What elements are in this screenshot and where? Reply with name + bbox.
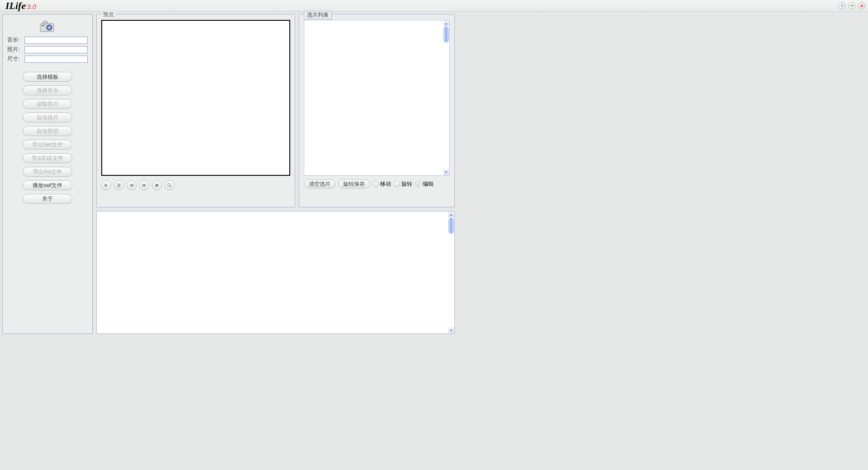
size-label: 尺寸: xyxy=(7,55,24,63)
selection-toolbar: 清空选片 旋转保存 移动 旋转 编辑 xyxy=(304,179,450,188)
minimize-icon[interactable] xyxy=(848,2,855,9)
bottom-panel[interactable] xyxy=(96,211,455,334)
radio-edit[interactable]: 编辑 xyxy=(415,180,434,188)
radio-move-label: 移动 xyxy=(380,180,391,188)
export-avi-button[interactable]: 导出Avi文件 xyxy=(23,167,72,177)
stop-icon[interactable] xyxy=(152,180,162,190)
music-field[interactable] xyxy=(24,37,88,44)
read-photo-button[interactable]: 读取照片 xyxy=(23,99,72,109)
window-controls: ? xyxy=(838,2,865,9)
title-bar: ILife 3.0 ? xyxy=(0,0,868,12)
scroll-up-icon[interactable] xyxy=(448,212,454,217)
scroll-thumb[interactable] xyxy=(448,218,454,234)
svg-rect-5 xyxy=(42,25,44,26)
center-column: 预览 选片列表 xyxy=(96,14,455,334)
svg-rect-8 xyxy=(156,184,158,187)
radio-move[interactable]: 移动 xyxy=(373,180,391,188)
svg-rect-2 xyxy=(43,21,47,24)
player-controls xyxy=(101,180,290,190)
play-icon[interactable] xyxy=(101,180,111,190)
export-swf-button[interactable]: 导出Swf文件 xyxy=(23,140,72,150)
play-swf-button[interactable]: 播放swf文件 xyxy=(23,180,72,190)
about-button[interactable]: 关于 xyxy=(23,194,72,204)
app-version: 3.0 xyxy=(27,3,36,10)
selection-list[interactable] xyxy=(304,20,450,176)
scroll-down-icon[interactable] xyxy=(443,169,449,175)
help-icon[interactable]: ? xyxy=(838,2,845,9)
selection-scrollbar[interactable] xyxy=(443,21,449,175)
selection-title: 选片列表 xyxy=(304,11,332,19)
info-rows: 音乐: 照片: 尺寸: xyxy=(7,36,88,63)
rewind-icon[interactable] xyxy=(127,180,137,190)
app-logo: ILife 3.0 xyxy=(5,0,36,12)
app-name: ILife xyxy=(5,0,26,12)
radio-rotate[interactable]: 旋转 xyxy=(394,180,412,188)
radio-rotate-dot[interactable] xyxy=(394,181,400,187)
zoom-icon[interactable] xyxy=(165,180,175,190)
size-field[interactable] xyxy=(24,56,88,63)
auto-cut-button[interactable]: 自动剪切 xyxy=(23,126,72,136)
pause-icon[interactable] xyxy=(114,180,124,190)
radio-rotate-label: 旋转 xyxy=(401,180,412,188)
radio-edit-dot[interactable] xyxy=(415,181,421,187)
bottom-scrollbar[interactable] xyxy=(448,212,454,333)
auto-select-button[interactable]: 自动选片 xyxy=(23,113,72,122)
svg-point-4 xyxy=(48,26,51,29)
preview-screen xyxy=(101,20,290,176)
close-icon[interactable] xyxy=(858,2,865,9)
sidebar-buttons: 选择模板 选择音乐 读取照片 自动选片 自动剪切 导出Swf文件 导出ExE文件… xyxy=(7,72,88,204)
music-label: 音乐: xyxy=(7,36,24,44)
select-music-button[interactable]: 选择音乐 xyxy=(23,85,72,95)
scroll-thumb[interactable] xyxy=(443,27,449,42)
selection-group: 选片列表 清空选片 旋转保存 移动 xyxy=(299,14,455,207)
scroll-up-icon[interactable] xyxy=(443,21,449,26)
top-row: 预览 选片列表 xyxy=(96,14,455,207)
preview-title: 预览 xyxy=(101,11,116,19)
photo-field[interactable] xyxy=(24,46,88,53)
radio-move-dot[interactable] xyxy=(373,181,379,187)
rotate-save-button[interactable]: 旋转保存 xyxy=(338,179,370,188)
svg-text:?: ? xyxy=(840,4,843,8)
camera-icon xyxy=(38,19,57,33)
workspace: 音乐: 照片: 尺寸: 选择模板 选择音乐 读取照片 自动选片 自动剪切 导出S… xyxy=(0,12,868,336)
select-template-button[interactable]: 选择模板 xyxy=(23,72,72,82)
preview-group: 预览 xyxy=(96,14,295,207)
scroll-down-icon[interactable] xyxy=(448,328,454,333)
sidebar: 音乐: 照片: 尺寸: 选择模板 选择音乐 读取照片 自动选片 自动剪切 导出S… xyxy=(2,14,93,334)
clear-selection-button[interactable]: 清空选片 xyxy=(304,179,335,188)
export-exe-button[interactable]: 导出ExE文件 xyxy=(23,153,72,163)
svg-rect-6 xyxy=(118,183,118,187)
svg-line-10 xyxy=(170,186,171,187)
svg-rect-7 xyxy=(119,183,120,187)
radio-edit-label: 编辑 xyxy=(423,180,434,188)
photo-label: 照片: xyxy=(7,46,24,53)
forward-icon[interactable] xyxy=(139,180,149,190)
